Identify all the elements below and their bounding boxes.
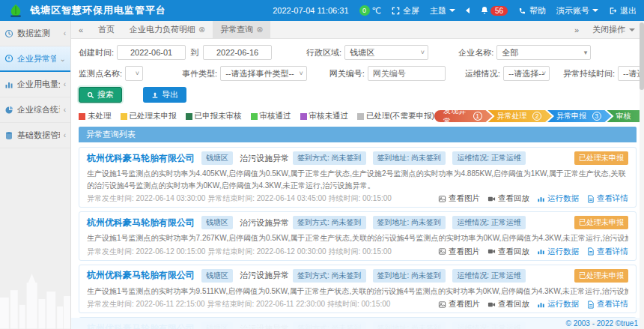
- top-bar: 钱塘区智慧环保用电监管平台 2022-07-04 11:06:31 0 ℃ 全屏…: [0, 0, 644, 21]
- view-detail-button[interactable]: 查看详情: [586, 247, 628, 257]
- chevron-left-icon: ‹: [64, 131, 66, 139]
- exception-list: 异常查询列表 杭州优科豪马轮胎有限公司 钱塘区 治污设施异常 签到方式: 尚未签…: [71, 127, 644, 329]
- fullscreen-button[interactable]: 全屏: [392, 5, 419, 16]
- view-playback-button[interactable]: 查看回放: [487, 247, 529, 257]
- run-data-button[interactable]: 运行数据: [537, 193, 579, 204]
- exception-type-label: 治污设施异常: [240, 153, 289, 164]
- company-select[interactable]: 全部▾: [496, 45, 591, 60]
- bar-chart-icon: [4, 80, 13, 89]
- document-icon: [586, 247, 595, 256]
- exception-row: 杭州优科豪马轮胎有限公司 钱塘区 治污设施异常 签到方式: 尚未签到 签到地址:…: [79, 147, 637, 208]
- view-playback-button[interactable]: 查看回放: [487, 299, 529, 310]
- date-from-input[interactable]: [117, 45, 186, 60]
- view-image-button[interactable]: 查看图片: [438, 193, 480, 204]
- status-badge: 已处理未申报: [574, 151, 628, 165]
- page-title: 钱塘区智慧环保用电监管平台: [30, 4, 166, 17]
- vertical-scrollbar[interactable]: [640, 21, 644, 329]
- create-time-label: 创建时间:: [79, 47, 114, 58]
- view-playback-button[interactable]: 查看回放: [487, 193, 529, 204]
- tab-exception-query[interactable]: 异常查询 ⊗: [213, 21, 270, 38]
- video-icon: [487, 247, 496, 256]
- tab-bar: « 首页 企业电力负荷明细 ⊗ 异常查询 ⊗ » 关闭操作: [71, 21, 644, 39]
- theme-menu[interactable]: 主题: [430, 5, 455, 16]
- exception-description: 生产设施1号监测点的实时功率为4.405KW,启停阈值为0.5KW,属于正常生产…: [87, 168, 628, 191]
- export-button[interactable]: 导出: [143, 87, 186, 103]
- caret-down-icon: [592, 9, 598, 12]
- color-swatch: [186, 113, 192, 120]
- ops-status-badge: 运维情况: 正常运维: [452, 151, 526, 165]
- image-icon: [438, 301, 446, 309]
- ops-status-badge: 运维情况: 正常运维: [452, 269, 526, 283]
- gateway-input[interactable]: [368, 66, 446, 81]
- sign-address-badge: 签到地址: 尚未签到: [373, 151, 446, 165]
- tabs-scroll-right-icon[interactable]: »: [567, 25, 586, 34]
- scrollbar-thumb[interactable]: [640, 22, 644, 90]
- exception-row: 杭州优科豪马轮胎有限公司 钱塘区 治污设施异常 签到方式: 尚未签到 签到地址:…: [79, 265, 637, 314]
- account-menu[interactable]: 演示账号: [556, 5, 598, 16]
- image-icon: [438, 195, 446, 203]
- view-detail-button[interactable]: 查看详情: [586, 299, 628, 310]
- color-swatch: [300, 113, 307, 120]
- notifications-button[interactable]: 56: [480, 6, 508, 16]
- clock-icon: [4, 29, 13, 38]
- company-label: 企业名称:: [458, 47, 493, 58]
- close-tab-icon[interactable]: ⊗: [256, 25, 263, 34]
- sidebar-item-exception-mgmt[interactable]: 企业异常管理 ⌄: [0, 46, 70, 72]
- chart-icon: [537, 301, 545, 309]
- exception-times: 异常发生时间: 2022-06-12 00:15:00 异常结束时间: 2022…: [87, 247, 392, 257]
- company-link[interactable]: 杭州优科豪马轮胎有限公司: [87, 152, 195, 165]
- color-swatch: [357, 113, 364, 120]
- sign-address-badge: 签到地址: 尚未签到: [373, 269, 446, 283]
- duration-label: 异常持续时间:: [563, 68, 615, 79]
- view-image-button[interactable]: 查看图片: [438, 299, 480, 310]
- caret-down-icon: [449, 9, 455, 12]
- ops-status-select[interactable]: --请选择--˅: [503, 66, 550, 81]
- region-label: 行政区域:: [306, 47, 341, 58]
- bell-icon: [480, 6, 489, 15]
- chevron-down-icon: ˅: [300, 70, 303, 77]
- tab-power-load-detail[interactable]: 企业电力负荷明细 ⊗: [122, 21, 213, 38]
- status-legend: 未处理 已处理未申报 已申报未审核 审核通过 审核未通过 已处理(不需要申报): [79, 111, 434, 121]
- chart-icon: [537, 195, 545, 203]
- sidebar-item-comprehensive-stats[interactable]: 企业综合统计 ‹: [0, 97, 70, 123]
- logout-button[interactable]: 退出: [609, 5, 637, 16]
- chevron-down-icon: ⌄: [60, 55, 66, 63]
- region-badge: 钱塘区: [201, 216, 233, 229]
- color-swatch: [121, 113, 127, 120]
- sidebar-item-data-monitor[interactable]: 数据监测 ‹: [0, 21, 70, 46]
- sidebar: 数据监测 ‹ 企业异常管理 ⌄ 企业用电量分析 ‹ 企业综合统计 ‹: [0, 21, 71, 329]
- search-button[interactable]: 搜索: [79, 87, 122, 103]
- close-tab-icon[interactable]: ⊗: [198, 25, 205, 34]
- temperature-indicator: 0 ℃: [359, 5, 381, 16]
- company-link[interactable]: 杭州优科豪马轮胎有限公司: [87, 217, 195, 229]
- status-badge: 已处理未申报: [574, 216, 628, 229]
- date-range-separator: 到: [190, 47, 198, 58]
- company-link[interactable]: 杭州优科豪马轮胎有限公司: [87, 269, 195, 282]
- point-name-label: 监测点名称:: [79, 68, 122, 79]
- chevron-down-icon: ˅: [421, 49, 425, 56]
- step-number-badge: 3: [592, 112, 601, 121]
- run-data-button[interactable]: 运行数据: [537, 247, 579, 257]
- tab-home[interactable]: 首页: [91, 21, 122, 38]
- temperature-value: 0: [359, 5, 370, 16]
- collapse-left-icon[interactable]: [466, 7, 470, 13]
- event-type-select[interactable]: --请选择事件类型--˅: [220, 66, 307, 81]
- caret-down-icon: ▾: [584, 49, 588, 56]
- exception-type-label: 治污设施异常: [240, 270, 289, 281]
- fullscreen-icon: [392, 7, 400, 15]
- date-to-input[interactable]: [203, 45, 272, 60]
- sidebar-item-base-data[interactable]: 基础数据管理 ‹: [0, 123, 70, 148]
- tabs-scroll-left-icon[interactable]: «: [71, 21, 91, 38]
- sidebar-item-power-analysis[interactable]: 企业用电量分析 ‹: [0, 72, 70, 97]
- help-button[interactable]: 帮助: [518, 5, 546, 16]
- caret-down-icon: [629, 28, 635, 31]
- point-name-select[interactable]: ˅: [125, 66, 143, 81]
- view-image-button[interactable]: 查看图片: [438, 247, 480, 257]
- close-operations-menu[interactable]: 关闭操作: [591, 24, 637, 35]
- color-swatch: [251, 113, 258, 120]
- region-select[interactable]: 钱塘区˅: [344, 45, 428, 60]
- view-detail-button[interactable]: 查看详情: [586, 193, 628, 204]
- run-data-button[interactable]: 运行数据: [537, 299, 579, 310]
- datetime-label: 2022-07-04 11:06:31: [273, 6, 348, 15]
- pie-chart-icon: [4, 106, 13, 115]
